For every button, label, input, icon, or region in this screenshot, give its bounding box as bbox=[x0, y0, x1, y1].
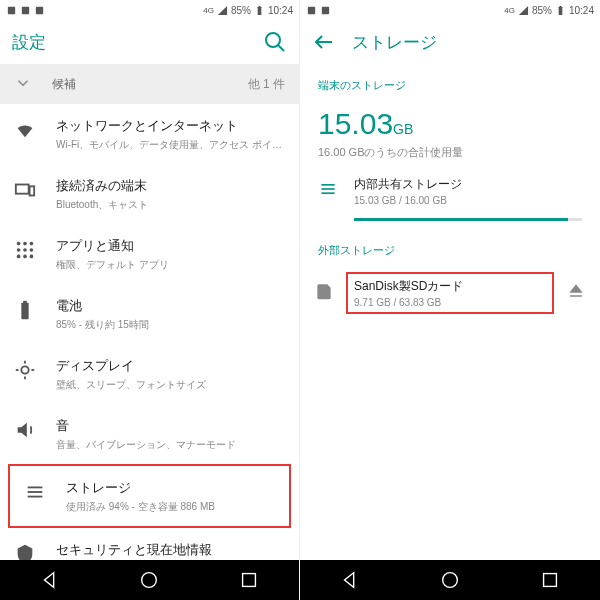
battery-pct: 85% bbox=[231, 5, 251, 16]
storage-icon bbox=[24, 481, 46, 503]
notif-icon bbox=[6, 5, 17, 16]
eject-icon[interactable] bbox=[566, 281, 586, 305]
back-icon[interactable] bbox=[312, 30, 336, 54]
svg-rect-18 bbox=[21, 303, 28, 320]
page-title: ストレージ bbox=[352, 31, 588, 54]
sd-card-icon bbox=[314, 281, 334, 305]
notif-icon bbox=[20, 5, 31, 16]
devices-icon bbox=[14, 179, 36, 201]
svg-point-28 bbox=[142, 573, 157, 588]
signal-icon bbox=[518, 5, 529, 16]
svg-rect-8 bbox=[30, 186, 35, 195]
home-button[interactable] bbox=[439, 569, 461, 591]
svg-point-5 bbox=[266, 33, 280, 47]
signal-icon bbox=[217, 5, 228, 16]
svg-point-17 bbox=[30, 255, 34, 259]
svg-point-10 bbox=[23, 242, 27, 246]
notif-icon bbox=[320, 5, 331, 16]
network-label: 4G bbox=[203, 6, 214, 15]
section-device-storage: 端末のストレージ bbox=[300, 64, 600, 99]
svg-point-11 bbox=[30, 242, 34, 246]
svg-rect-3 bbox=[258, 6, 262, 14]
svg-line-6 bbox=[278, 45, 284, 51]
row-internal-storage[interactable]: 内部共有ストレージ15.03 GB / 16.00 GB bbox=[300, 164, 600, 218]
svg-point-20 bbox=[21, 366, 28, 373]
clock: 10:24 bbox=[268, 5, 293, 16]
chevron-down-icon bbox=[14, 74, 32, 95]
svg-point-38 bbox=[443, 573, 458, 588]
volume-icon bbox=[14, 419, 36, 441]
row-connected-devices[interactable]: 接続済みの端末Bluetooth、キャスト bbox=[0, 164, 299, 224]
storage-summary: 15.03GB 16.00 GBのうちの合計使用量 bbox=[300, 99, 600, 164]
row-sound[interactable]: 音音量、バイブレーション、マナーモード bbox=[0, 404, 299, 464]
row-security[interactable]: セキュリティと現在地情報 bbox=[0, 528, 299, 560]
recents-button[interactable] bbox=[539, 569, 561, 591]
svg-point-16 bbox=[23, 255, 27, 259]
svg-rect-19 bbox=[23, 301, 27, 304]
internal-storage-bar bbox=[354, 218, 582, 221]
nav-bar bbox=[0, 560, 299, 600]
svg-point-13 bbox=[23, 248, 27, 252]
battery-icon bbox=[254, 5, 265, 16]
page-title: 設定 bbox=[12, 31, 247, 54]
svg-rect-1 bbox=[22, 6, 29, 13]
back-button[interactable] bbox=[339, 569, 361, 591]
svg-point-12 bbox=[17, 248, 21, 252]
row-sd-card[interactable]: SanDisk製SDカード 9.71 GB / 63.83 GB bbox=[300, 264, 600, 322]
suggestions-label: 候補 bbox=[52, 76, 248, 93]
sd-card-highlight: SanDisk製SDカード 9.71 GB / 63.83 GB bbox=[346, 272, 554, 314]
row-apps[interactable]: アプリと通知権限、デフォルト アプリ bbox=[0, 224, 299, 284]
settings-screen: 4G 85% 10:24 設定 候補 他 1 件 ネットワークとインターネットW… bbox=[0, 0, 300, 600]
svg-rect-33 bbox=[560, 5, 562, 6]
suggestions-bar[interactable]: 候補 他 1 件 bbox=[0, 64, 299, 104]
network-label: 4G bbox=[504, 6, 515, 15]
battery-icon bbox=[14, 299, 36, 321]
svg-rect-4 bbox=[259, 5, 261, 6]
svg-point-14 bbox=[30, 248, 34, 252]
svg-point-9 bbox=[17, 242, 21, 246]
svg-rect-31 bbox=[322, 6, 329, 13]
notif-icon bbox=[34, 5, 45, 16]
row-battery[interactable]: 電池85% - 残り約 15時間 bbox=[0, 284, 299, 344]
row-storage[interactable]: ストレージ使用済み 94% - 空き容量 886 MB bbox=[8, 464, 291, 528]
nav-bar bbox=[300, 560, 600, 600]
svg-rect-0 bbox=[8, 6, 15, 13]
svg-rect-7 bbox=[16, 185, 29, 194]
recents-button[interactable] bbox=[238, 569, 260, 591]
clock: 10:24 bbox=[569, 5, 594, 16]
row-display[interactable]: ディスプレイ壁紙、スリープ、フォントサイズ bbox=[0, 344, 299, 404]
svg-rect-30 bbox=[308, 6, 315, 13]
brightness-icon bbox=[14, 359, 36, 381]
svg-rect-2 bbox=[36, 6, 43, 13]
svg-rect-32 bbox=[559, 6, 563, 14]
search-icon[interactable] bbox=[263, 30, 287, 54]
notif-icon bbox=[306, 5, 317, 16]
back-button[interactable] bbox=[39, 569, 61, 591]
battery-pct: 85% bbox=[532, 5, 552, 16]
storage-icon bbox=[318, 179, 338, 203]
section-external-storage: 外部ストレージ bbox=[300, 229, 600, 264]
svg-point-15 bbox=[17, 255, 21, 259]
storage-screen: 4G 85% 10:24 ストレージ 端末のストレージ 15.03GB 16.0… bbox=[300, 0, 600, 600]
svg-rect-39 bbox=[544, 574, 557, 587]
security-icon bbox=[14, 543, 36, 560]
apps-icon bbox=[14, 239, 36, 261]
home-button[interactable] bbox=[138, 569, 160, 591]
app-bar: ストレージ bbox=[300, 20, 600, 64]
suggestions-more: 他 1 件 bbox=[248, 76, 285, 93]
app-bar: 設定 bbox=[0, 20, 299, 64]
status-bar: 4G 85% 10:24 bbox=[300, 0, 600, 20]
status-bar: 4G 85% 10:24 bbox=[0, 0, 299, 20]
wifi-icon bbox=[14, 119, 36, 141]
svg-rect-29 bbox=[243, 574, 256, 587]
battery-icon bbox=[555, 5, 566, 16]
row-network[interactable]: ネットワークとインターネットWi-Fi、モバイル、データ使用量、アクセス ポイ… bbox=[0, 104, 299, 164]
